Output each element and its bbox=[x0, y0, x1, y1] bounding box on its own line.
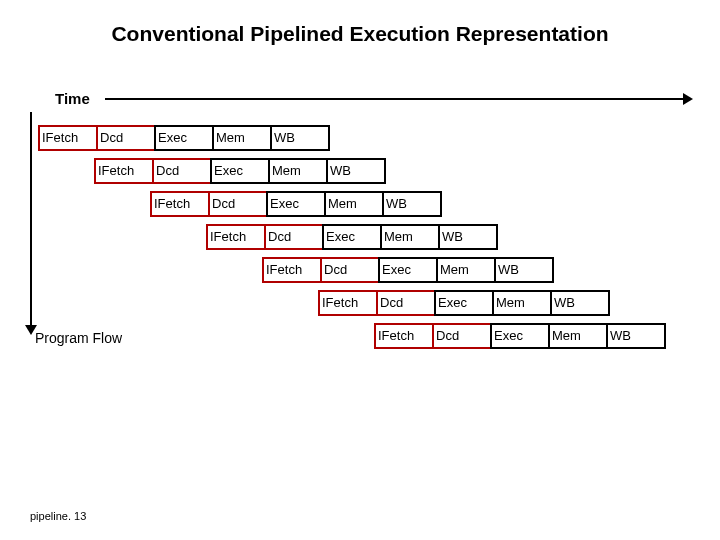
stage-ifetch: IFetch bbox=[206, 224, 266, 250]
stage-wb: WB bbox=[326, 158, 386, 184]
stage-mem: Mem bbox=[324, 191, 384, 217]
stage-dcd: Dcd bbox=[208, 191, 268, 217]
pipeline-row: IFetchDcdExecMemWB bbox=[374, 323, 666, 347]
stage-ifetch: IFetch bbox=[94, 158, 154, 184]
stage-dcd: Dcd bbox=[320, 257, 380, 283]
pipeline-row: IFetchDcdExecMemWB bbox=[38, 125, 330, 149]
stage-exec: Exec bbox=[210, 158, 270, 184]
stage-mem: Mem bbox=[436, 257, 496, 283]
stage-exec: Exec bbox=[322, 224, 382, 250]
stage-dcd: Dcd bbox=[264, 224, 324, 250]
pipeline-row: IFetchDcdExecMemWB bbox=[94, 158, 386, 182]
stage-wb: WB bbox=[494, 257, 554, 283]
program-flow-arrow bbox=[30, 112, 32, 327]
stage-exec: Exec bbox=[154, 125, 214, 151]
stage-ifetch: IFetch bbox=[262, 257, 322, 283]
stage-mem: Mem bbox=[380, 224, 440, 250]
stage-dcd: Dcd bbox=[96, 125, 156, 151]
stage-wb: WB bbox=[438, 224, 498, 250]
stage-exec: Exec bbox=[378, 257, 438, 283]
stage-ifetch: IFetch bbox=[150, 191, 210, 217]
stage-mem: Mem bbox=[268, 158, 328, 184]
page-footer: pipeline. 13 bbox=[30, 510, 86, 522]
stage-dcd: Dcd bbox=[376, 290, 436, 316]
stage-ifetch: IFetch bbox=[38, 125, 98, 151]
stage-mem: Mem bbox=[492, 290, 552, 316]
stage-mem: Mem bbox=[548, 323, 608, 349]
stage-exec: Exec bbox=[490, 323, 550, 349]
pipeline-row: IFetchDcdExecMemWB bbox=[318, 290, 610, 314]
stage-wb: WB bbox=[270, 125, 330, 151]
time-axis-label: Time bbox=[55, 90, 90, 107]
stage-wb: WB bbox=[606, 323, 666, 349]
stage-wb: WB bbox=[550, 290, 610, 316]
stage-mem: Mem bbox=[212, 125, 272, 151]
stage-dcd: Dcd bbox=[152, 158, 212, 184]
page-title: Conventional Pipelined Execution Represe… bbox=[0, 22, 720, 46]
program-flow-label: Program Flow bbox=[35, 330, 122, 346]
pipeline-row: IFetchDcdExecMemWB bbox=[206, 224, 498, 248]
stage-ifetch: IFetch bbox=[374, 323, 434, 349]
pipeline-row: IFetchDcdExecMemWB bbox=[150, 191, 442, 215]
time-axis-arrow bbox=[105, 98, 685, 100]
stage-exec: Exec bbox=[266, 191, 326, 217]
pipeline-row: IFetchDcdExecMemWB bbox=[262, 257, 554, 281]
stage-dcd: Dcd bbox=[432, 323, 492, 349]
stage-ifetch: IFetch bbox=[318, 290, 378, 316]
stage-exec: Exec bbox=[434, 290, 494, 316]
stage-wb: WB bbox=[382, 191, 442, 217]
